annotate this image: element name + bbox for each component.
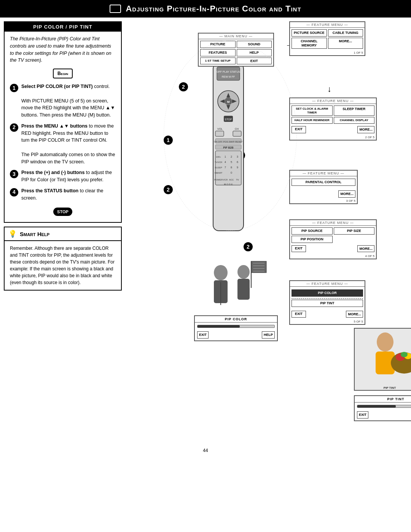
fm3-more: MORE... [338, 190, 355, 198]
fm4-pip-position: PIP POSITION [292, 236, 333, 243]
fm3-counter: 3 OF 5 [290, 198, 357, 203]
svg-text:2: 2 [231, 155, 232, 158]
fm1-more: MORE... [328, 38, 363, 49]
step-3-num: 3 [10, 170, 18, 178]
svg-point-52 [377, 332, 393, 351]
step-4-num: 4 [10, 188, 18, 197]
svg-text:SLEEP: SLEEP [215, 166, 222, 169]
svg-text:REW  M  FF: REW M FF [222, 75, 235, 78]
fm1-cable-tuning: CABLE TUNING [328, 29, 363, 37]
step-2-text: Press the MENU ▲▼ buttons to move the RE… [21, 123, 116, 166]
fm5-exit: EXIT [292, 311, 306, 318]
pip-tint-screen: PIP TINT EXIT HELP [354, 395, 411, 421]
fm2-sleep: SLEEP TIMER [334, 105, 375, 116]
title-bar: Adjusting Picture-In-Picture Color and T… [0, 0, 411, 18]
pip-tint-label: PIP TINT [355, 396, 411, 403]
svg-text:TV: TV [236, 179, 239, 181]
fm4-counter: 4 OF 5 [290, 254, 376, 259]
svg-text:ACC: ACC [229, 179, 234, 181]
fm4-pip-source: PIP SOURCE [292, 227, 333, 235]
svg-text:7: 7 [225, 166, 226, 169]
smart-help-box: 💡 Smart Help Remember. Although there ar… [4, 227, 122, 291]
fm5-more: MORE... [346, 311, 363, 318]
menu-btn-setup: 1 ST TIME SETUP [200, 58, 236, 65]
step-3-text: Press the (+) and (-) buttons to adjust … [21, 169, 116, 184]
fm5-counter: 5 OF 5 [290, 319, 365, 324]
fm5-pip-color: PIP COLOR [292, 289, 363, 297]
pip-tint-exit: EXIT [357, 411, 368, 419]
svg-text:PIP        B2B: PIP B2B [223, 146, 233, 149]
fm2-counter: 2 OF 5 [290, 135, 376, 140]
fm1-counter: 1 OF 5 [290, 50, 365, 55]
fm2-more: MORE... [357, 126, 374, 133]
fm2-exit: EXIT [292, 126, 306, 133]
smart-help-body: Remember. Although there are separate CO… [5, 241, 121, 290]
step-1-num: 1 [10, 84, 18, 92]
arrow-down-1: ↓ [327, 84, 331, 94]
svg-text:OFF  PLAY  STATUS: OFF PLAY STATUS [217, 70, 240, 73]
step-2-num: 2 [10, 123, 18, 132]
svg-point-41 [214, 265, 228, 280]
svg-text:6: 6 [237, 161, 238, 163]
feature-menu-4: — FEATURE MENU — PIP SOURCE PIP SIZE PIP… [289, 219, 377, 259]
svg-text:M    O    D    E: M O D E [224, 183, 233, 185]
menu-btn-picture: PICTURE [200, 41, 236, 48]
svg-text:100+: 100+ [216, 156, 221, 158]
fm2-clock: SET CLOCK & ALARM TIMER [292, 105, 333, 116]
svg-point-44 [237, 265, 250, 279]
feature-menu-1: — FEATURE MENU — PICTURE SOURCE CABLE TU… [289, 21, 365, 56]
pip-color-exit: EXIT [197, 331, 209, 339]
fm5-pip-tint: PIP TINT [292, 300, 363, 307]
menu-btn-features: FEATURES [200, 49, 236, 56]
menu-btn-help: HELP [237, 49, 272, 56]
fm4-exit: EXIT [292, 245, 306, 252]
svg-rect-16 [233, 131, 241, 136]
svg-text:POWER: POWER [214, 179, 223, 181]
svg-text:STOP: STOP [225, 118, 232, 121]
feature-menu-4-title: — FEATURE MENU — [290, 220, 376, 226]
diag-step-2-bottom: 2 [164, 185, 173, 194]
main-content: PIP COLOR / PIP TINT The Picture-In-Pict… [0, 18, 411, 444]
pip-color-screen: PIP COLOR EXIT HELP [194, 315, 278, 341]
main-menu-grid: PICTURE SOUND FEATURES HELP 1 ST TIME SE… [199, 39, 273, 66]
svg-text:SMART: SMART [215, 172, 223, 174]
svg-text:8: 8 [231, 166, 232, 169]
step-4: 4 Press the STATUS button to clear the s… [10, 187, 116, 202]
page-title: Adjusting Picture-In-Picture Color and T… [126, 4, 301, 14]
page-number: 44 [0, 444, 411, 457]
svg-rect-45 [237, 279, 250, 300]
menu-btn-sound: SOUND [237, 41, 272, 48]
svg-text:9: 9 [237, 166, 238, 169]
people-illustration [194, 257, 274, 315]
svg-text:TV/VCR: TV/VCR [215, 161, 222, 163]
svg-text:PIP TINT: PIP TINT [384, 386, 396, 390]
feature-menu-3: — FEATURE MENU — PARENTAL CONTROL MORE..… [289, 170, 358, 204]
instruction-box-header: PIP COLOR / PIP TINT [5, 22, 121, 32]
instruction-box: PIP COLOR / PIP TINT The Picture-In-Pict… [4, 21, 122, 223]
stop-button: STOP [53, 208, 72, 216]
smart-help-header: 💡 Smart Help [5, 227, 121, 241]
pip-color-help: HELP [262, 331, 275, 339]
svg-rect-1 [217, 67, 240, 80]
step-2: 2 Press the MENU ▲▼ buttons to move the … [10, 123, 116, 166]
svg-text:3: 3 [237, 155, 238, 158]
svg-text:4: 4 [225, 161, 226, 163]
diag-step-2-top: 2 [179, 82, 188, 91]
smart-help-title: Smart Help [20, 231, 49, 237]
tv-icon [110, 5, 121, 13]
svg-text:M: M [227, 100, 230, 104]
menu-btn-exit: EXIT [237, 58, 272, 65]
step-1-text: Select PIP COLOR (or PIP TINT) control. … [21, 83, 116, 119]
step-3: 3 Press the (+) and (-) buttons to adjus… [10, 169, 116, 184]
right-area: 2 1 4 3 2 2 OFF PLAY STATUS REW M FF [126, 21, 407, 440]
bulb-icon: 💡 [8, 230, 17, 238]
intro-text: The Picture-In-Picture (PIP) Color and T… [10, 35, 116, 64]
fm1-picture-source: PICTURE SOURCE [292, 29, 327, 37]
feature-menu-5-title: — FEATURE MENU — [290, 281, 365, 287]
fm4-pip-size: PIP SIZE [334, 227, 375, 235]
begin-button: Begin [53, 69, 73, 78]
fm2-channel-display: CHANNEL DISPLAY [334, 117, 375, 124]
step-4-text: Press the STATUS button to clear the scr… [21, 187, 116, 202]
pip-person-image: PIP TINT [354, 328, 411, 391]
fm4-more: MORE... [357, 245, 374, 252]
